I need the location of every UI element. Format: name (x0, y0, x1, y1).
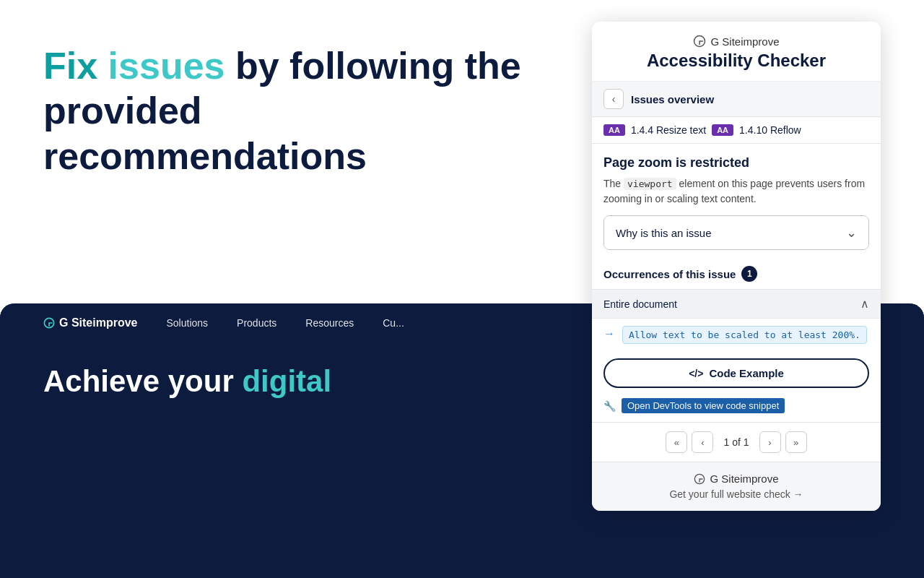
si-logo-icon (43, 317, 55, 329)
devtools-row: 🔧 Open DevTools to view code snippet (592, 395, 881, 422)
pagination: « ‹ 1 of 1 › » (592, 422, 881, 462)
nav-products[interactable]: Products (237, 317, 276, 329)
panel-header: G Siteimprove Accessibility Checker (592, 22, 881, 82)
digital-text: digital (242, 364, 331, 398)
badge-label-2: 1.4.10 Reflow (739, 124, 801, 136)
site-logo-text: G Siteimprove (59, 316, 137, 329)
hero-subtitle-text: provided recommendations (43, 88, 534, 178)
badge-item-1: AA 1.4.4 Resize text (603, 124, 706, 136)
hero-fix-text: Fix (43, 45, 97, 87)
accordion-header[interactable]: Why is this an issue ⌄ (604, 216, 868, 249)
panel-nav: ‹ Issues overview (592, 82, 881, 117)
issue-title: Page zoom is restricted (603, 155, 869, 171)
accordion-label: Why is this an issue (616, 227, 712, 239)
badge-label-1: 1.4.4 Resize text (631, 124, 706, 136)
full-website-check-link[interactable]: Get your full website check → (669, 488, 803, 500)
panel-title: Accessibility Checker (606, 51, 866, 71)
panel-footer: G Siteimprove Get your full website chec… (592, 462, 881, 511)
desc-prefix: The (603, 178, 624, 189)
achieve-text: Achieve your (43, 364, 242, 398)
chevron-down-icon: ⌄ (846, 225, 857, 241)
footer-logo-icon (694, 473, 705, 485)
nav-customers[interactable]: Cu... (383, 317, 404, 329)
hero-section: Fix issues by following the provided rec… (43, 43, 534, 178)
badges-row: AA 1.4.4 Resize text AA 1.4.10 Reflow (592, 117, 881, 144)
issue-content: Page zoom is restricted The viewport ele… (592, 144, 881, 215)
accessibility-checker-panel: G Siteimprove Accessibility Checker ‹ Is… (592, 22, 881, 511)
code-brackets-icon: </> (689, 368, 703, 379)
badge-item-2: AA 1.4.10 Reflow (712, 124, 801, 136)
code-example-label: Code Example (709, 367, 783, 379)
arrow-right-icon: → (603, 327, 615, 340)
wrench-icon: 🔧 (603, 400, 616, 412)
panel-logo-text: G Siteimprove (710, 35, 779, 48)
devtools-link[interactable]: Open DevTools to view code snippet (622, 398, 785, 413)
footer-logo: G Siteimprove (603, 473, 869, 485)
chevron-up-icon: ∧ (860, 297, 869, 311)
occurrence-item[interactable]: → Allow text to be scaled to at least 20… (592, 318, 881, 351)
issues-overview-breadcrumb: Issues overview (631, 93, 714, 105)
occurrences-label: Occurrences of this issue (603, 268, 736, 280)
panel-logo: G Siteimprove (606, 35, 866, 48)
nav-solutions[interactable]: Solutions (166, 317, 208, 329)
viewport-code: viewport (624, 178, 676, 190)
panel-logo-icon (693, 35, 706, 48)
occurrences-header: Occurrences of this issue 1 (592, 259, 881, 289)
page-info: 1 of 1 (718, 436, 754, 448)
hero-issues-text: issues (97, 45, 225, 87)
hero-by-text: by following the (225, 45, 520, 87)
entire-doc-label: Entire document (603, 298, 677, 310)
occurrences-count-badge: 1 (741, 266, 757, 282)
aa-badge-1: AA (603, 124, 625, 136)
page-last-button[interactable]: » (785, 431, 807, 453)
page-first-button[interactable]: « (666, 431, 687, 453)
nav-resources[interactable]: Resources (305, 317, 354, 329)
issue-description: The viewport element on this page preven… (603, 176, 869, 207)
why-accordion[interactable]: Why is this an issue ⌄ (603, 215, 869, 250)
hero-title: Fix issues by following the (43, 43, 534, 88)
footer-logo-text: G Siteimprove (710, 473, 778, 485)
code-example-button[interactable]: </> Code Example (603, 358, 869, 388)
occurrence-text: Allow text to be scaled to at least 200%… (622, 326, 867, 344)
aa-badge-2: AA (712, 124, 733, 136)
back-button[interactable]: ‹ (603, 89, 624, 109)
entire-doc-dropdown[interactable]: Entire document ∧ (592, 289, 881, 318)
page-next-button[interactable]: › (759, 431, 781, 453)
site-logo: G Siteimprove (43, 316, 137, 329)
page-prev-button[interactable]: ‹ (692, 431, 713, 453)
